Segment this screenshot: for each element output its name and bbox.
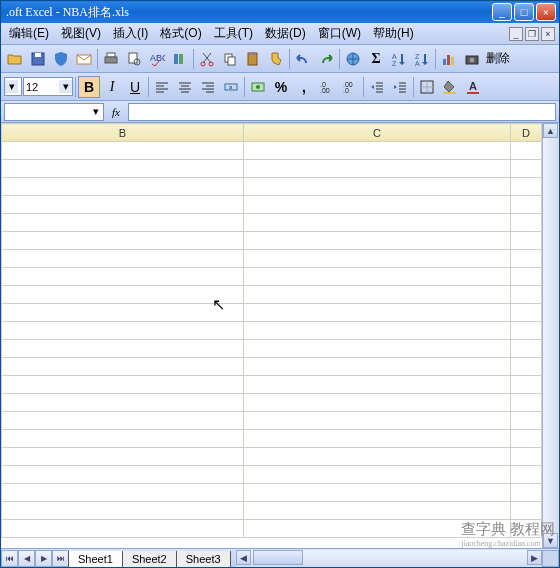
cell[interactable] xyxy=(2,214,244,232)
cell[interactable] xyxy=(2,394,244,412)
menu-tools[interactable]: 工具(T) xyxy=(210,23,257,44)
cell[interactable] xyxy=(2,466,244,484)
sort-desc-icon[interactable]: ZA xyxy=(411,48,433,70)
merge-center-icon[interactable]: a xyxy=(220,76,242,98)
cell[interactable] xyxy=(511,286,542,304)
cell[interactable] xyxy=(2,322,244,340)
scroll-down-icon[interactable]: ▼ xyxy=(543,533,558,548)
cell[interactable] xyxy=(2,520,244,538)
email-icon[interactable] xyxy=(73,48,95,70)
mdi-close[interactable]: × xyxy=(541,27,555,41)
cell[interactable] xyxy=(511,412,542,430)
sheet-tab-1[interactable]: Sheet1 xyxy=(68,551,123,569)
cell[interactable] xyxy=(243,466,510,484)
cell[interactable] xyxy=(2,142,244,160)
minimize-button[interactable]: _ xyxy=(492,3,512,21)
menu-data[interactable]: 数据(D) xyxy=(261,23,310,44)
menu-view[interactable]: 视图(V) xyxy=(57,23,105,44)
cell[interactable] xyxy=(243,214,510,232)
delete-button[interactable]: 删除 xyxy=(484,50,512,67)
cell[interactable] xyxy=(511,430,542,448)
cell[interactable] xyxy=(511,358,542,376)
mdi-minimize[interactable]: _ xyxy=(509,27,523,41)
cell[interactable] xyxy=(243,340,510,358)
decrease-indent-icon[interactable] xyxy=(366,76,388,98)
cell[interactable] xyxy=(243,502,510,520)
cell[interactable] xyxy=(511,196,542,214)
cell[interactable] xyxy=(511,340,542,358)
redo-icon[interactable] xyxy=(315,48,337,70)
vertical-scrollbar[interactable]: ▲ ▼ xyxy=(542,123,559,548)
undo-icon[interactable] xyxy=(292,48,314,70)
cell[interactable] xyxy=(243,250,510,268)
cell[interactable] xyxy=(511,448,542,466)
cell[interactable] xyxy=(2,178,244,196)
menu-format[interactable]: 格式(O) xyxy=(156,23,205,44)
cell[interactable] xyxy=(511,232,542,250)
scroll-left-icon[interactable]: ◀ xyxy=(236,550,251,565)
cell[interactable] xyxy=(243,178,510,196)
hscroll-thumb[interactable] xyxy=(253,550,303,565)
menu-window[interactable]: 窗口(W) xyxy=(314,23,365,44)
cell[interactable] xyxy=(2,484,244,502)
comma-icon[interactable]: , xyxy=(293,76,315,98)
sort-asc-icon[interactable]: AZ xyxy=(388,48,410,70)
increase-indent-icon[interactable] xyxy=(389,76,411,98)
cell[interactable] xyxy=(2,196,244,214)
spell-check-icon[interactable]: ABC xyxy=(146,48,168,70)
tab-first-icon[interactable]: ⏮ xyxy=(1,550,18,567)
cell[interactable] xyxy=(511,466,542,484)
autosum-icon[interactable]: Σ xyxy=(365,48,387,70)
cell[interactable] xyxy=(2,250,244,268)
cell[interactable] xyxy=(243,448,510,466)
cell-grid[interactable]: B C D ↖ xyxy=(1,123,542,548)
copy-icon[interactable] xyxy=(219,48,241,70)
cell[interactable] xyxy=(511,160,542,178)
cell[interactable] xyxy=(243,430,510,448)
cell[interactable] xyxy=(243,412,510,430)
align-right-icon[interactable] xyxy=(197,76,219,98)
cell[interactable] xyxy=(511,376,542,394)
cell[interactable] xyxy=(243,160,510,178)
cell[interactable] xyxy=(2,160,244,178)
cut-icon[interactable] xyxy=(196,48,218,70)
cell[interactable] xyxy=(2,448,244,466)
cell[interactable] xyxy=(511,520,542,538)
currency-icon[interactable] xyxy=(247,76,269,98)
cell[interactable] xyxy=(243,286,510,304)
cell[interactable] xyxy=(243,304,510,322)
tab-last-icon[interactable]: ⏭ xyxy=(52,550,69,567)
align-left-icon[interactable] xyxy=(151,76,173,98)
align-center-icon[interactable] xyxy=(174,76,196,98)
menu-edit[interactable]: 编辑(E) xyxy=(5,23,53,44)
research-icon[interactable] xyxy=(169,48,191,70)
cell[interactable] xyxy=(243,268,510,286)
cell[interactable] xyxy=(243,394,510,412)
open-icon[interactable] xyxy=(4,48,26,70)
cell[interactable] xyxy=(511,142,542,160)
percent-icon[interactable]: % xyxy=(270,76,292,98)
cell[interactable] xyxy=(2,286,244,304)
cell[interactable] xyxy=(2,412,244,430)
name-box[interactable]: ▾ xyxy=(4,103,104,121)
cell[interactable] xyxy=(243,376,510,394)
font-color-icon[interactable]: A xyxy=(462,76,484,98)
cell[interactable] xyxy=(511,502,542,520)
hyperlink-icon[interactable] xyxy=(342,48,364,70)
cell[interactable] xyxy=(243,484,510,502)
cell[interactable] xyxy=(243,358,510,376)
col-header-d[interactable]: D xyxy=(511,124,542,142)
mdi-restore[interactable]: ❐ xyxy=(525,27,539,41)
cell[interactable] xyxy=(2,376,244,394)
formula-input[interactable] xyxy=(128,103,556,121)
cell[interactable] xyxy=(511,322,542,340)
cell[interactable] xyxy=(511,304,542,322)
scroll-right-icon[interactable]: ▶ xyxy=(527,550,542,565)
col-header-c[interactable]: C xyxy=(243,124,510,142)
cell[interactable] xyxy=(243,232,510,250)
cell[interactable] xyxy=(2,304,244,322)
cell[interactable] xyxy=(2,268,244,286)
borders-icon[interactable] xyxy=(416,76,438,98)
cell[interactable] xyxy=(243,142,510,160)
fill-color-icon[interactable] xyxy=(439,76,461,98)
